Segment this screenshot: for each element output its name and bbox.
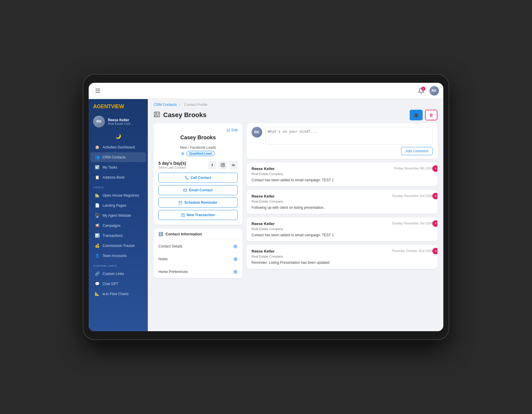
tasks-label: My Tasks (103, 165, 117, 169)
video-button[interactable]: 🎥 (410, 110, 423, 120)
hamburger-line (95, 89, 100, 89)
crm-icon: 👥 (95, 155, 100, 159)
sidebar-item-custom-links[interactable]: 🔗 Custom Links (90, 269, 146, 279)
hamburger-button[interactable] (93, 86, 103, 96)
top-bar: 1 RK (89, 83, 443, 99)
sidebar-item-crm-contacts[interactable]: 👥 CRM Contacts (90, 152, 146, 162)
stats-row: 5 day's Day(s) Since Last Contact f (158, 161, 238, 169)
commission-label: Commission Tracker (103, 244, 135, 248)
sidebar-brand: AGENTVIEW (89, 99, 148, 113)
header-actions: 🎥 🗑 (410, 110, 437, 120)
sidebar-item-landing-pages[interactable]: 📄 Landing Pages (90, 200, 146, 210)
commenter-initials: RK (252, 127, 262, 138)
activities-label: Activities Dashboard (103, 145, 135, 149)
sidebar-item-address-book[interactable]: 📋 Address Book (90, 172, 146, 182)
activity-header-3: Reese Keller Thursday October 31st 2024 (252, 249, 433, 253)
delete-button[interactable]: 🗑 (425, 110, 437, 120)
campaigns-icon: 📢 (95, 223, 100, 228)
svg-point-1 (155, 113, 157, 114)
activity-close-1[interactable]: × (432, 193, 437, 199)
transactions-icon: 📊 (95, 233, 100, 238)
activity-text-2: Contact has been added to email campaign… (252, 233, 433, 237)
activity-user-0: Reese Keller (252, 166, 275, 171)
notes-expand[interactable]: ⊕ (233, 256, 238, 262)
main-layout: AGENTVIEW RK Reese Keller Real Estate Co… (89, 99, 443, 331)
schedule-reminder-button[interactable]: Schedule Reminder (158, 198, 238, 208)
comment-textarea[interactable] (265, 127, 433, 145)
activity-company-0: Real Estate Company (252, 172, 433, 176)
notifications-button[interactable]: 1 (416, 86, 426, 96)
transaction-label: New Transaction (187, 213, 215, 217)
svg-rect-4 (221, 163, 225, 167)
comment-card: RK Add Comment (247, 123, 437, 159)
edit-link[interactable]: Edit (227, 128, 238, 132)
address-icon: 📋 (95, 175, 100, 179)
brand-view: VIEW (111, 104, 124, 109)
sidebar-item-activities[interactable]: 🏠 Activities Dashboard (90, 142, 146, 152)
comment-input-row: RK (252, 127, 433, 145)
days-stat: 5 day's Day(s) Since Last Contact (158, 161, 186, 169)
activity-close-2[interactable]: × (432, 220, 437, 227)
activities-icon: 🏠 (95, 145, 100, 149)
page-title: Casey Brooks (163, 111, 207, 119)
sidebar-item-transactions[interactable]: 📊 Transactions (90, 231, 146, 240)
action-buttons: Call Contact Email Contact (158, 173, 238, 220)
info-icon: ℹ️ (158, 232, 163, 236)
activity-date-3: Thursday October 31st 2024 (392, 249, 433, 253)
hamburger-line (95, 90, 100, 91)
profile-info: Reese Keller Real Estate Com... (108, 118, 143, 125)
activity-user-3: Reese Keller (252, 249, 275, 253)
sidebar-item-my-agent-website[interactable]: 🖥️ My Agent Website (90, 211, 146, 220)
call-contact-button[interactable]: Call Contact (158, 173, 238, 183)
breadcrumb-parent[interactable]: CRM Contacts (154, 103, 177, 107)
sidebar-item-flow-charts[interactable]: 📐 w.io Flow Charts (90, 289, 146, 299)
sidebar-item-open-house[interactable]: 🏡 Open House Registries (90, 190, 146, 200)
custom-links-section-label: CUSTOM LINKS (89, 261, 148, 269)
edit-row: Edit (158, 128, 238, 132)
two-column-layout: Edit Casey Brooks New / Facebook Leads ⊕… (148, 123, 443, 331)
top-bar-right: 1 RK (416, 86, 439, 96)
lead-badge-row: ⊕ Qualified Lead (158, 151, 238, 156)
transactions-label: Transactions (103, 234, 123, 238)
contact-profile-icon (154, 111, 160, 119)
left-panel: Edit Casey Brooks New / Facebook Leads ⊕… (154, 123, 242, 325)
home-preferences-expand[interactable]: ⊕ (233, 269, 238, 275)
crm-label: CRM Contacts (103, 155, 126, 159)
user-avatar[interactable]: RK (429, 86, 439, 96)
chat-gpt-label: Chat GPT (103, 282, 118, 286)
sidebar-item-my-tasks[interactable]: ☑️ My Tasks (90, 162, 146, 172)
activity-text-0: Contact has been added to email campaign… (252, 178, 433, 182)
landing-label: Landing Pages (103, 203, 126, 208)
days-label: Since Last Contact (158, 166, 186, 169)
home-preferences-section[interactable]: Home Preferences ⊕ (154, 266, 242, 278)
tools-section-label: TOOLS (89, 182, 148, 190)
svg-point-5 (222, 164, 224, 166)
new-transaction-button[interactable]: New Transaction (158, 210, 238, 220)
landing-icon: 📄 (95, 203, 100, 208)
activity-header-0: Reese Keller Friday November 8th 2024 (252, 166, 433, 171)
activity-close-3[interactable]: × (432, 248, 437, 254)
schedule-label: Schedule Reminder (184, 200, 217, 205)
activity-date-1: Sunday November 3rd 2024 (392, 194, 433, 198)
brand-name: AGENTVIEW (93, 104, 124, 110)
breadcrumb-current: Contact Profile (184, 103, 207, 107)
facebook-icon[interactable]: f (208, 161, 216, 169)
add-comment-button[interactable]: Add Comment (401, 147, 433, 155)
sidebar-item-team-accounts[interactable]: 👤 Team Accounts (90, 251, 146, 261)
linkedin-icon[interactable]: in (229, 161, 238, 169)
email-contact-button[interactable]: Email Contact (158, 185, 238, 195)
contact-details-section[interactable]: Contact Details ⊕ (154, 240, 242, 253)
sidebar-item-chat-gpt[interactable]: 💬 Chat GPT (90, 279, 146, 289)
notes-section[interactable]: Notes ⊕ (154, 253, 242, 266)
sidebar-item-campaigns[interactable]: 📢 Campaigns (90, 221, 146, 230)
video-icon: 🎥 (414, 113, 419, 117)
email-label: Email Contact (189, 188, 213, 192)
svg-rect-7 (179, 201, 182, 204)
activity-close-0[interactable]: × (432, 165, 437, 172)
instagram-icon[interactable] (219, 161, 227, 169)
chat-gpt-icon: 💬 (95, 282, 100, 286)
activity-user-2: Reese Keller (252, 221, 275, 226)
sidebar-item-commission-tracker[interactable]: 💰 Commission Tracker (90, 241, 146, 250)
activity-card-3: Reese Keller Thursday October 31st 2024 … (247, 245, 437, 269)
contact-details-expand[interactable]: ⊕ (233, 243, 238, 250)
